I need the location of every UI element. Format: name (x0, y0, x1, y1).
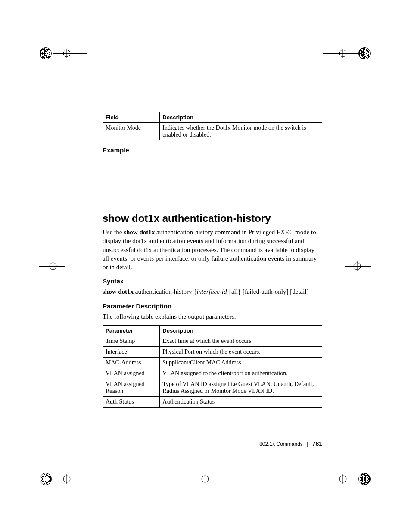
crop-rosette (358, 473, 371, 485)
table-cell: Authentication Status (160, 396, 322, 407)
table-cell: MAC-Address (103, 357, 160, 368)
crop-rosette (40, 47, 52, 59)
table-cell: Auth Status (103, 396, 160, 407)
text-bold: show dot1x (103, 288, 134, 295)
table-header: Parameter (103, 325, 160, 336)
table-cell: Monitor Mode (103, 123, 160, 140)
command-heading: show dot1x authentication-history (103, 212, 322, 224)
text: | all} [failed-auth-only] [detail] (227, 288, 308, 295)
table-row: Monitor Mode Indicates whether the Dot1x… (103, 123, 322, 140)
page-content: Field Description Monitor Mode Indicates… (103, 112, 322, 408)
param-intro-paragraph: The following table explains the output … (103, 312, 322, 321)
table-cell: Interface (103, 346, 160, 357)
table-cell: Type of VLAN ID assigned i.e Guest VLAN,… (160, 379, 322, 396)
field-description-table: Field Description Monitor Mode Indicates… (103, 112, 322, 140)
footer-separator: | (307, 441, 308, 447)
table-cell: VLAN assigned (103, 368, 160, 379)
footer-section: 802.1x Commands (259, 441, 303, 447)
table-cell: Exact time at which the event occurs. (160, 336, 322, 346)
table-cell: Supplicant/Client MAC Address (160, 357, 322, 368)
table-row: Interface Physical Port on which the eve… (103, 346, 322, 357)
syntax-heading: Syntax (103, 277, 322, 285)
table-cell: VLAN assigned to the client/port on auth… (160, 368, 322, 379)
crop-rosette (358, 47, 371, 59)
crop-register (62, 474, 72, 484)
table-header: Description (160, 325, 322, 336)
crop-register (338, 49, 348, 58)
crop-register (338, 474, 348, 484)
table-cell: Time Stamp (103, 336, 160, 346)
text: authentication-history { (134, 288, 196, 295)
table-row: VLAN assigned Reason Type of VLAN ID ass… (103, 379, 322, 396)
crop-rosette (40, 473, 52, 485)
page-footer: 802.1x Commands | 781 (103, 440, 322, 447)
table-row: Time Stamp Exact time at which the event… (103, 336, 322, 346)
crop-register (200, 474, 210, 484)
table-cell: Physical Port on which the event occurs. (160, 346, 322, 357)
syntax-line: show dot1x authentication-history {inter… (103, 287, 322, 296)
footer-page-number: 781 (312, 440, 322, 447)
text-bold: show dot1x (124, 229, 155, 236)
table-header: Description (160, 112, 322, 123)
table-header: Field (103, 112, 160, 123)
table-cell: VLAN assigned Reason (103, 379, 160, 396)
parameter-description-heading: Parameter Description (103, 302, 322, 310)
crop-register (62, 49, 72, 58)
text-italic: interface-id (196, 288, 227, 295)
crop-register (48, 261, 58, 271)
intro-paragraph: Use the show dot1x authentication-histor… (103, 228, 322, 271)
table-cell: Indicates whether the Dot1x Monitor mode… (160, 123, 322, 140)
parameter-description-table: Parameter Description Time Stamp Exact t… (103, 325, 322, 408)
example-heading: Example (103, 146, 322, 154)
text: Use the (103, 229, 124, 236)
table-row: MAC-Address Supplicant/Client MAC Addres… (103, 357, 322, 368)
table-row: Auth Status Authentication Status (103, 396, 322, 407)
crop-register (352, 261, 362, 271)
table-row: VLAN assigned VLAN assigned to the clien… (103, 368, 322, 379)
blank-space (103, 156, 322, 212)
